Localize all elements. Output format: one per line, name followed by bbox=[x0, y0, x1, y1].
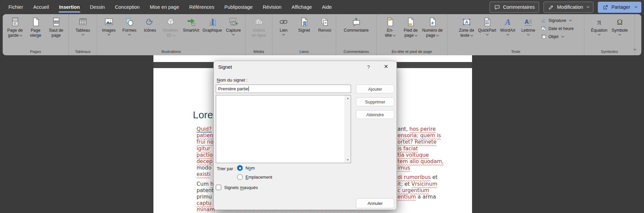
ribbon-button-wordart[interactable]: AWordArt bbox=[498, 16, 518, 36]
ribbon-button-smartart[interactable]: SmartArt bbox=[181, 16, 201, 33]
tab-conception[interactable]: Conception bbox=[110, 0, 145, 14]
button-label: Capture bbox=[226, 28, 241, 33]
chevron-down-icon bbox=[172, 33, 175, 36]
delete-button[interactable]: Supprimer bbox=[356, 97, 394, 106]
svg-text:A: A bbox=[504, 18, 510, 27]
tab-r-f-rences[interactable]: Références bbox=[184, 0, 219, 14]
scroll-up-icon[interactable]: ▲ bbox=[345, 97, 351, 100]
ribbon-button-symbole[interactable]: ΩSymbole bbox=[610, 16, 630, 36]
ribbon-group-illustrations: ImagesFormesIcônesModèles3DSmartArtGraph… bbox=[97, 14, 245, 55]
ribbon-button-lettrine[interactable]: ALettrine bbox=[518, 16, 538, 36]
new-comment-icon bbox=[351, 16, 361, 28]
ribbon-button-graphique[interactable]: Graphique bbox=[202, 16, 223, 33]
document-text-line: igitur bbox=[197, 146, 215, 152]
hidden-bookmarks-checkbox-row[interactable]: Signets masqués bbox=[216, 185, 258, 190]
ribbon-button-en-t-te[interactable]: En-tête bbox=[380, 16, 400, 38]
ribbon-button-pied-de-page[interactable]: Pied depage bbox=[401, 16, 421, 38]
ribbon-button-saut-de-page[interactable]: Saut depage bbox=[46, 16, 66, 38]
chevron-down-icon bbox=[598, 32, 601, 35]
tab-accueil[interactable]: Accueil bbox=[28, 0, 54, 14]
document-text-right-column: ant, hos perireensoria; quem isortet? Re… bbox=[398, 126, 444, 200]
ribbon-button-images[interactable]: Images bbox=[99, 16, 119, 36]
button-label: Signet bbox=[298, 28, 310, 33]
ribbon-button-renvoi[interactable]: Renvoi bbox=[315, 16, 335, 33]
add-button[interactable]: Ajouter bbox=[356, 85, 394, 93]
tab-publipostage[interactable]: Publipostage bbox=[219, 0, 258, 14]
ribbon-button-capture[interactable]: Capture bbox=[223, 16, 243, 36]
partager-button[interactable]: Partager bbox=[598, 2, 641, 13]
group-label: Symboles bbox=[584, 49, 635, 55]
ribbon-collapse-button[interactable] bbox=[633, 46, 636, 52]
close-icon[interactable]: ✕ bbox=[383, 63, 389, 70]
ribbon-button-lien[interactable]: Lien bbox=[273, 16, 294, 36]
button-label: page bbox=[52, 33, 61, 38]
bookmark-name-input[interactable]: Première partie bbox=[216, 85, 351, 93]
ribbon-button-signature[interactable]: Signature bbox=[541, 18, 574, 23]
tab-insertion[interactable]: Insertion bbox=[54, 0, 85, 14]
ribbon-button-formes[interactable]: Formes bbox=[119, 16, 140, 36]
svg-text:A: A bbox=[524, 19, 529, 25]
cancel-button[interactable]: Annuler bbox=[356, 198, 394, 208]
document-canvas: Lore Quid?patienfrui noigiturpactiodecep… bbox=[0, 55, 644, 213]
chevron-down-icon bbox=[393, 33, 396, 36]
tab-dessin[interactable]: Dessin bbox=[85, 0, 110, 14]
ribbon-button-quickpart[interactable]: QuickPart bbox=[477, 16, 497, 36]
group-label: Liens bbox=[272, 49, 336, 55]
ribbon-button-page-de-garde[interactable]: Page degarde bbox=[5, 16, 25, 38]
button-label: texte bbox=[460, 33, 473, 38]
group-items: Vidéosen ligne bbox=[245, 14, 272, 49]
tab-fichier[interactable]: Fichier bbox=[3, 0, 28, 14]
tab-r-vision[interactable]: Révision bbox=[258, 0, 287, 14]
title-menu-bar: FichierAccueilInsertionDessinConceptionM… bbox=[0, 0, 644, 14]
button-label: En- bbox=[387, 28, 393, 33]
ribbon-button-date-et-heure[interactable]: Date et heure bbox=[541, 26, 574, 31]
text-box-icon: A bbox=[462, 16, 472, 28]
cube-3d-icon bbox=[166, 16, 176, 28]
document-text-line: patent bbox=[197, 187, 215, 194]
help-icon[interactable]: ? bbox=[365, 64, 372, 70]
scrollbar[interactable]: ▲ ▼ bbox=[345, 95, 351, 163]
ribbon-group-symboles: πÉquationΩSymboleSymboles bbox=[584, 14, 635, 55]
ribbon-button-num-ro-de-page[interactable]: #Numéro depage bbox=[421, 16, 444, 38]
goto-button[interactable]: Atteindre bbox=[356, 110, 394, 119]
document-text-line: minam bbox=[197, 207, 215, 213]
equation-icon: π bbox=[594, 16, 604, 28]
document-text-line: Quid? bbox=[197, 126, 215, 132]
ribbon-button-mod-les-3d[interactable]: Modèles3D bbox=[160, 16, 181, 38]
chevron-down-icon bbox=[108, 32, 110, 35]
group-items: πÉquationΩSymbole bbox=[584, 14, 635, 49]
scroll-down-icon[interactable]: ▼ bbox=[345, 158, 351, 161]
document-text-line: pactio bbox=[197, 152, 215, 158]
ribbon-button-quation[interactable]: πÉquation bbox=[589, 16, 609, 36]
document-text-line: is faciat bbox=[398, 146, 444, 152]
radio-sort-location[interactable]: Emplacement bbox=[237, 174, 272, 180]
chevron-down-icon bbox=[635, 5, 637, 8]
bookmark-list[interactable]: ▲ ▼ bbox=[216, 95, 351, 163]
document-heading: Lore bbox=[193, 109, 213, 121]
stacked-items: SignatureDate et heureObjet bbox=[539, 16, 575, 39]
tab-mise-en-page[interactable]: Mise en page bbox=[145, 0, 184, 14]
ribbon-button-ic-nes[interactable]: Icônes bbox=[140, 16, 160, 33]
ribbon-button-objet[interactable]: Objet bbox=[541, 34, 574, 39]
ribbon-group-en-t-te-et-pied-de-page: En-têtePied depage#Numéro depageEn-tête … bbox=[377, 14, 447, 55]
ribbon-button-signet[interactable]: Signet bbox=[294, 16, 314, 33]
radio-sort-name[interactable]: Nom bbox=[237, 165, 255, 171]
ribbon-button-vid-os-en-ligne[interactable]: Vidéosen ligne bbox=[249, 16, 269, 38]
wordart-icon: A bbox=[503, 16, 513, 28]
document-text-line: tia voltuque bbox=[398, 152, 444, 158]
table-icon bbox=[78, 16, 88, 28]
tab-affichage[interactable]: Affichage bbox=[287, 0, 317, 14]
button-label: WordArt bbox=[500, 28, 515, 33]
ribbon-button-page-vierge[interactable]: Pagevierge bbox=[26, 16, 46, 38]
group-label: En-tête et pied de page bbox=[377, 49, 447, 55]
tab-aide[interactable]: Aide bbox=[317, 0, 337, 14]
ribbon-button-commentaire[interactable]: Commentaire bbox=[343, 16, 370, 33]
button-label: en ligne bbox=[252, 33, 266, 38]
ribbon-button-zone-de-texte[interactable]: AZone detexte bbox=[457, 16, 477, 38]
modification-button[interactable]: Modification bbox=[544, 2, 593, 13]
button-label: Page bbox=[31, 28, 40, 33]
commentaires-button[interactable]: Commentaires bbox=[490, 2, 539, 13]
drop-cap-icon: A bbox=[523, 16, 533, 28]
cover-page-icon bbox=[10, 16, 20, 28]
ribbon-button-tableau[interactable]: Tableau bbox=[73, 16, 93, 36]
